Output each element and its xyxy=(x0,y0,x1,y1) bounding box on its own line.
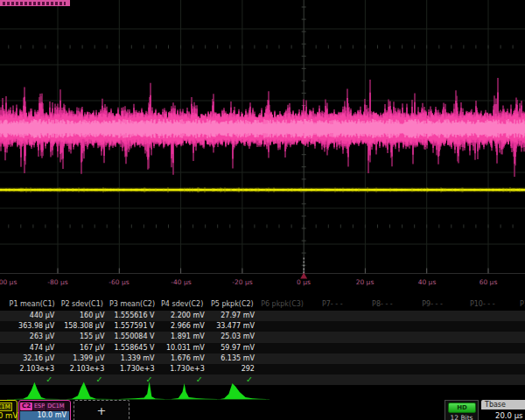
measure-cell: 155 µV xyxy=(57,332,107,342)
time-axis-label: 40 µs xyxy=(418,278,437,286)
check-icon xyxy=(357,374,407,385)
measure-cell xyxy=(508,364,525,374)
measure-cell: 25.03 mV xyxy=(207,332,257,342)
measure-cell: 440 µV xyxy=(7,311,57,321)
measure-cell: 158.308 µV xyxy=(57,321,107,332)
c1-coupling-tag: DC1M xyxy=(0,402,12,411)
measure-cell xyxy=(357,343,407,354)
trace-label-text xyxy=(3,2,66,5)
histicon-p5[interactable] xyxy=(220,380,266,401)
c1-scale-label: 0 mV xyxy=(0,411,18,420)
measure-cell: 1.676 mV xyxy=(158,354,207,364)
time-axis-label: -60 µs xyxy=(108,278,129,286)
c2-coupling-tag: DC1M xyxy=(46,402,65,410)
histicon-p3[interactable] xyxy=(119,380,164,401)
time-axis-label: -20 µs xyxy=(232,278,252,286)
hd-mode-module: HD 12 Bits xyxy=(444,400,479,420)
measure-cell xyxy=(458,343,508,354)
check-icon xyxy=(458,374,508,385)
timebase-descriptor[interactable]: Tbase 20.0 µs xyxy=(481,400,525,420)
measure-header[interactable]: P4 sdev(C2) xyxy=(158,299,207,310)
timebase-title: Tbase xyxy=(481,400,525,410)
measure-cell xyxy=(307,332,357,342)
timebase-value: 20.0 µs xyxy=(481,411,525,420)
measure-cell: 1.891 mV xyxy=(158,332,207,342)
measure-cell xyxy=(307,354,357,364)
oscilloscope-screen: 00 µs-80 µs-60 µs-40 µs-20 µs0 µs20 µs40… xyxy=(0,0,525,420)
measure-header[interactable]: P11- - - xyxy=(508,299,525,310)
measure-cell xyxy=(357,332,407,342)
measure-row: 474 µV167 µV1.558645 V10.031 mV59.97 mV xyxy=(0,343,525,354)
measure-header[interactable]: P3 mean(C2) xyxy=(107,299,157,310)
measure-cell xyxy=(458,321,508,332)
trace-label-partial xyxy=(0,0,70,6)
measure-cell: 1.730e+3 xyxy=(107,364,157,374)
measure-cell xyxy=(408,332,458,342)
measure-cell xyxy=(357,354,407,364)
time-axis-label: -40 µs xyxy=(171,278,191,286)
measure-cell: 1.557591 V xyxy=(107,321,157,332)
channel-c1-descriptor[interactable]: DC1M 0 mV xyxy=(0,400,18,420)
measure-cell xyxy=(458,332,508,342)
time-axis-label: 0 µs xyxy=(297,278,311,286)
measure-cell xyxy=(357,364,407,374)
channel-c2-descriptor[interactable]: C2 ESP DC1M 10.0 mV xyxy=(18,400,71,420)
measure-cell: 2.200 mV xyxy=(158,311,207,321)
add-trace-button[interactable]: + xyxy=(74,400,130,420)
measure-cell: 263 µV xyxy=(7,332,57,342)
measure-cell xyxy=(458,354,508,364)
time-axis-label: 20 µs xyxy=(356,278,374,286)
measure-header[interactable]: P1 mean(C1) xyxy=(7,299,57,310)
measure-header[interactable]: P5 pkpk(C2) xyxy=(207,299,257,310)
measure-cell: 1.550084 V xyxy=(107,332,157,342)
measure-cell: 1.558645 V xyxy=(107,343,157,354)
measure-cell xyxy=(257,332,307,342)
histicon-p2[interactable] xyxy=(66,380,112,401)
measure-cell: 363.98 µV xyxy=(7,321,57,332)
measure-row: 32.16 µV1.399 µV1.339 mV1.676 mV6.135 mV xyxy=(0,354,525,364)
measure-cell: 474 µV xyxy=(7,343,57,354)
check-icon xyxy=(408,374,458,385)
measure-cell xyxy=(307,311,357,321)
histicon-p4[interactable] xyxy=(172,380,217,401)
measure-cell: 2.966 mV xyxy=(158,321,207,332)
histogram-shape xyxy=(14,382,60,399)
measure-header[interactable]: P2 sdev(C1) xyxy=(57,299,107,310)
histicon-p1[interactable] xyxy=(14,380,60,401)
measure-cell xyxy=(458,311,508,321)
measure-header-row: P1 mean(C1)P2 sdev(C1)P3 mean(C2)P4 sdev… xyxy=(0,299,525,310)
time-axis-label: 60 µs xyxy=(480,278,498,286)
c2-esp-tag: ESP xyxy=(33,402,46,410)
c2-name-tag: C2 xyxy=(20,402,32,410)
measure-cell: 2.103e+3 xyxy=(57,364,107,374)
measure-cell: 2.103e+3 xyxy=(7,364,57,374)
measure-cell xyxy=(257,364,307,374)
histogram-shape xyxy=(66,382,112,400)
measure-header[interactable]: P10- - - xyxy=(458,299,508,310)
measure-cell: 59.97 mV xyxy=(207,343,257,354)
measure-row: 440 µV160 µV1.555616 V2.200 mV27.97 mV xyxy=(0,311,525,321)
measure-cell xyxy=(357,321,407,332)
bottom-bar: DC1M 0 mV C2 ESP DC1M 10.0 mV + HD 12 Bi… xyxy=(0,399,525,420)
measure-cell xyxy=(508,354,525,364)
measure-cell xyxy=(408,321,458,332)
measure-header[interactable]: P7- - - xyxy=(307,299,357,310)
measure-cell xyxy=(307,364,357,374)
measure-header[interactable]: P6 pkpk(C3) xyxy=(257,299,307,310)
measure-cell xyxy=(408,343,458,354)
check-icon xyxy=(508,374,525,385)
measure-cell xyxy=(508,332,525,342)
measure-cell xyxy=(307,343,357,354)
measure-header[interactable]: P9- - - xyxy=(408,299,458,310)
plus-icon: + xyxy=(97,404,107,417)
measure-cell xyxy=(257,311,307,321)
hd-button[interactable]: HD xyxy=(448,402,476,413)
measure-cell: 33.477 mV xyxy=(207,321,257,332)
measure-row: 2.103e+32.103e+31.730e+31.730e+3292 xyxy=(0,364,525,374)
histogram-shape xyxy=(172,383,217,399)
measurement-table: P1 mean(C1)P2 sdev(C1)P3 mean(C2)P4 sdev… xyxy=(0,299,525,390)
measure-header[interactable]: P8- - - xyxy=(357,299,407,310)
histogram-shape xyxy=(119,382,164,399)
time-axis-labels: 00 µs-80 µs-60 µs-40 µs-20 µs0 µs20 µs40… xyxy=(0,278,525,289)
measure-cell: 1.730e+3 xyxy=(158,364,207,374)
